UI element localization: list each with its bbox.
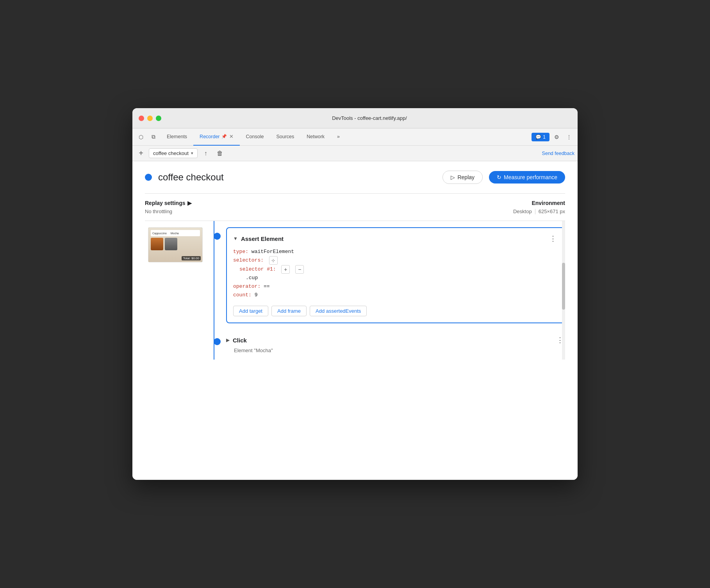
assert-element-header: ▼ Assert Element ⋮ xyxy=(233,234,558,243)
recording-dot xyxy=(145,174,152,181)
assert-element-step: ▼ Assert Element ⋮ type: xyxy=(226,227,565,323)
desktop-label: Desktop xyxy=(513,208,532,214)
plus-icon: + xyxy=(139,149,143,158)
add-frame-button[interactable]: Add frame xyxy=(271,306,307,316)
settings-right: Environment Desktop 625×671 px xyxy=(513,200,565,214)
code-line-cup: .cup xyxy=(233,274,558,282)
selector-add-button[interactable]: + xyxy=(281,265,290,274)
step-dot-assert xyxy=(214,233,221,240)
export-button[interactable]: ↑ xyxy=(200,148,212,159)
delete-button[interactable]: 🗑 xyxy=(214,148,226,159)
replay-settings-title[interactable]: Replay settings ▶ xyxy=(145,200,513,206)
screenshot-thumbnail: Cappuccino Mocha Total: $0.00 xyxy=(148,227,203,262)
add-target-button[interactable]: Add target xyxy=(233,306,268,316)
add-recording-button[interactable]: + xyxy=(136,148,146,159)
trash-icon: 🗑 xyxy=(217,150,223,157)
devtools-window: DevTools - coffee-cart.netlify.app/ ⬡ ⧉ … xyxy=(132,108,578,480)
recorder-pin-icon: 📌 xyxy=(221,134,227,139)
toolbar-right: 💬 1 ⚙ ⋮ xyxy=(532,132,574,143)
assert-code-block: type: waitForElement selectors: ⊹ xyxy=(233,248,558,299)
replay-button[interactable]: ▷ Replay xyxy=(442,171,483,184)
traffic-lights xyxy=(139,116,161,121)
code-line-count: count: 9 xyxy=(233,291,558,299)
comment-icon: 💬 xyxy=(535,134,541,140)
chevron-right-icon: ▶ xyxy=(187,200,192,206)
assert-element-title: Assert Element xyxy=(241,235,548,242)
main-content: coffee checkout ▷ Replay ↻ Measure perfo… xyxy=(132,161,578,369)
environment-label: Environment xyxy=(513,200,565,206)
toolbar-second: + coffee checkout ▾ ↑ 🗑 Send feedback xyxy=(132,146,578,161)
plus-icon-small: + xyxy=(284,266,287,273)
devtools-body: ⬡ ⧉ Elements Recorder 📌 ✕ Console Sourc xyxy=(132,128,578,480)
minimize-button[interactable] xyxy=(147,116,153,121)
scrollbar-track[interactable] xyxy=(562,221,565,360)
steps-container: ▼ Assert Element ⋮ type: xyxy=(207,221,565,360)
settings-button[interactable]: ⚙ xyxy=(551,132,562,143)
env-divider xyxy=(535,209,535,214)
click-expand-icon[interactable]: ▶ xyxy=(226,337,230,343)
recording-header: coffee checkout ▷ Replay ↻ Measure perfo… xyxy=(145,171,565,184)
titlebar: DevTools - coffee-cart.netlify.app/ xyxy=(132,108,578,128)
environment-value: Desktop 625×671 px xyxy=(513,208,565,214)
tab-close-icon[interactable]: ✕ xyxy=(229,134,234,139)
upload-icon: ↑ xyxy=(204,150,207,157)
notification-button[interactable]: 💬 1 xyxy=(532,133,549,141)
cursor-icon: ⬡ xyxy=(139,134,143,140)
measure-performance-button[interactable]: ↻ Measure performance xyxy=(489,171,565,184)
env-size: 625×671 px xyxy=(539,208,565,214)
layers-icon-button[interactable]: ⧉ xyxy=(148,132,159,143)
close-button[interactable] xyxy=(139,116,144,121)
selector-remove-button[interactable]: − xyxy=(295,265,304,274)
click-title: Click xyxy=(233,337,555,344)
steps-area: Cappuccino Mocha Total: $0.00 xyxy=(145,221,565,360)
code-line-selector-num: selector #1: + − xyxy=(233,265,558,274)
timeline-wrapper: ▼ Assert Element ⋮ type: xyxy=(207,221,565,360)
step-dot-click xyxy=(214,338,221,345)
tab-elements[interactable]: Elements xyxy=(161,128,193,146)
more-options-button[interactable]: ⋮ xyxy=(564,132,574,143)
toolbar-top: ⬡ ⧉ Elements Recorder 📌 ✕ Console Sourc xyxy=(132,128,578,146)
maximize-button[interactable] xyxy=(156,116,161,121)
tab-more[interactable]: » xyxy=(331,128,346,146)
code-line-selectors: selectors: ⊹ xyxy=(233,256,558,265)
screenshot-panel: Cappuccino Mocha Total: $0.00 xyxy=(145,221,207,360)
more-vert-icon: ⋮ xyxy=(549,234,557,243)
tab-console[interactable]: Console xyxy=(240,128,270,146)
tab-sources[interactable]: Sources xyxy=(270,128,300,146)
click-subtitle: Element "Mocha" xyxy=(226,347,565,353)
code-line-operator: operator: == xyxy=(233,282,558,291)
throttling-label: No throttling xyxy=(145,208,513,214)
tab-bar: Elements Recorder 📌 ✕ Console Sources Ne… xyxy=(161,128,346,145)
layers-icon: ⧉ xyxy=(152,134,155,140)
assert-more-button[interactable]: ⋮ xyxy=(548,234,558,243)
recording-name: coffee checkout xyxy=(153,150,189,156)
send-feedback-button[interactable]: Send feedback xyxy=(542,151,574,156)
step-actions: Add target Add frame Add assertedEvents xyxy=(233,306,558,316)
recording-title: coffee checkout xyxy=(158,172,436,183)
tab-recorder[interactable]: Recorder 📌 ✕ xyxy=(193,128,239,146)
assert-element-box: ▼ Assert Element ⋮ type: xyxy=(226,227,565,323)
click-step: ▶ Click ⋮ Element "Mocha" xyxy=(226,333,565,353)
play-icon: ▷ xyxy=(451,174,455,180)
window-title: DevTools - coffee-cart.netlify.app/ xyxy=(168,115,571,121)
collapse-icon[interactable]: ▼ xyxy=(233,236,238,241)
selector-cursor-button[interactable]: ⊹ xyxy=(269,256,278,265)
cursor-icon-button[interactable]: ⬡ xyxy=(136,132,146,143)
scrollbar-thumb[interactable] xyxy=(562,263,565,310)
gear-icon: ⚙ xyxy=(554,134,559,140)
recording-selector[interactable]: coffee checkout ▾ xyxy=(149,148,198,158)
chevron-down-icon: ▾ xyxy=(191,151,193,156)
minus-icon-small: − xyxy=(298,266,301,273)
click-step-header: ▶ Click ⋮ xyxy=(226,333,565,347)
code-line-type: type: waitForElement xyxy=(233,248,558,256)
more-vert-icon: ⋮ xyxy=(566,134,572,140)
refresh-icon: ↻ xyxy=(497,174,501,180)
settings-left: Replay settings ▶ No throttling xyxy=(145,200,513,214)
add-asserted-events-button[interactable]: Add assertedEvents xyxy=(310,306,367,316)
cursor-small-icon: ⊹ xyxy=(271,258,275,263)
tab-network[interactable]: Network xyxy=(300,128,331,146)
settings-panel: Replay settings ▶ No throttling Environm… xyxy=(145,193,565,221)
